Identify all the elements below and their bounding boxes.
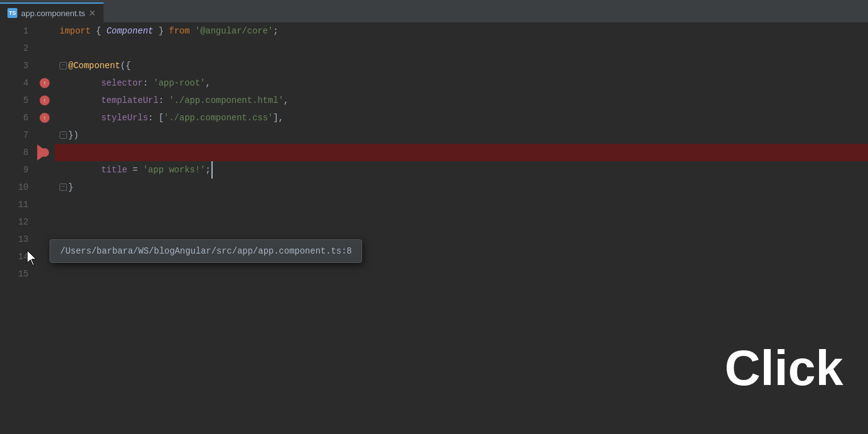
line-num-8: 8 xyxy=(0,144,29,161)
gutter-6: ↑ xyxy=(35,109,55,126)
breakpoint-5[interactable]: ↑ xyxy=(40,95,50,105)
code-line-6: styleUrls: ['./app.component.css'], xyxy=(55,109,868,126)
gutter-7 xyxy=(35,126,55,144)
line-num-3: 3 xyxy=(0,57,29,74)
code-line-9: title = 'app works!'; xyxy=(55,161,868,179)
editor-area: 1 2 3 4 5 6 7 8 9 10 11 12 13 14 15 ↑ ↑ … xyxy=(0,22,868,434)
line-num-12: 12 xyxy=(0,213,29,231)
tab-close-icon[interactable]: ✕ xyxy=(89,8,96,18)
line-num-6: 6 xyxy=(0,109,29,126)
ts-icon: TS xyxy=(7,8,17,18)
gutter-3 xyxy=(35,57,55,74)
code-line-11 xyxy=(55,196,868,213)
breakpoint-6[interactable]: ↑ xyxy=(40,113,50,123)
gutter-12 xyxy=(35,213,55,231)
fold-icon-10[interactable]: − xyxy=(60,184,67,191)
breakpoint-4[interactable]: ↑ xyxy=(40,78,50,88)
line-num-14: 14 xyxy=(0,248,29,265)
gutter-10 xyxy=(35,179,55,196)
line-num-1: 1 xyxy=(0,22,29,40)
debug-arrow-8 xyxy=(37,144,48,161)
line-num-4: 4 xyxy=(0,74,29,92)
line-num-5: 5 xyxy=(0,92,29,109)
gutter-2 xyxy=(35,40,55,57)
line-num-15: 15 xyxy=(0,265,29,283)
code-line-4: selector: 'app-root', xyxy=(55,74,868,92)
line-num-2: 2 xyxy=(0,40,29,57)
code-line-15 xyxy=(55,265,868,283)
fold-icon-7[interactable]: − xyxy=(60,131,67,139)
line-num-11: 11 xyxy=(0,196,29,213)
code-content: import { Component } from '@angular/core… xyxy=(55,22,868,434)
line-num-9: 9 xyxy=(0,161,29,179)
code-line-12 xyxy=(55,213,868,231)
tab-app-component[interactable]: TS app.component.ts ✕ xyxy=(0,2,104,22)
gutter-9 xyxy=(35,161,55,179)
code-line-2 xyxy=(55,40,868,57)
gutter: ↑ ↑ ↑ xyxy=(35,22,55,434)
code-line-5: templateUrl: './app.component.html', xyxy=(55,92,868,109)
code-line-3: −@Component({ xyxy=(55,57,868,74)
line-num-13: 13 xyxy=(0,231,29,248)
line-num-7: 7 xyxy=(0,126,29,144)
code-line-7: −}) xyxy=(55,126,868,144)
code-line-10: −} xyxy=(55,179,868,196)
breakpoint-tooltip: /Users/barbara/WS/blogAngular/src/app/ap… xyxy=(50,239,362,263)
fold-icon-3[interactable]: − xyxy=(60,62,67,69)
code-line-1: import { Component } from '@angular/core… xyxy=(55,22,868,40)
line-numbers: 1 2 3 4 5 6 7 8 9 10 11 12 13 14 15 xyxy=(0,22,35,434)
tab-bar: TS app.component.ts ✕ xyxy=(0,0,868,22)
gutter-1 xyxy=(35,22,55,40)
gutter-15 xyxy=(35,265,55,283)
code-line-8 xyxy=(55,144,868,161)
gutter-5: ↑ xyxy=(35,92,55,109)
line-num-10: 10 xyxy=(0,179,29,196)
gutter-11 xyxy=(35,196,55,213)
tab-filename: app.component.ts xyxy=(21,9,85,18)
gutter-4: ↑ xyxy=(35,74,55,92)
